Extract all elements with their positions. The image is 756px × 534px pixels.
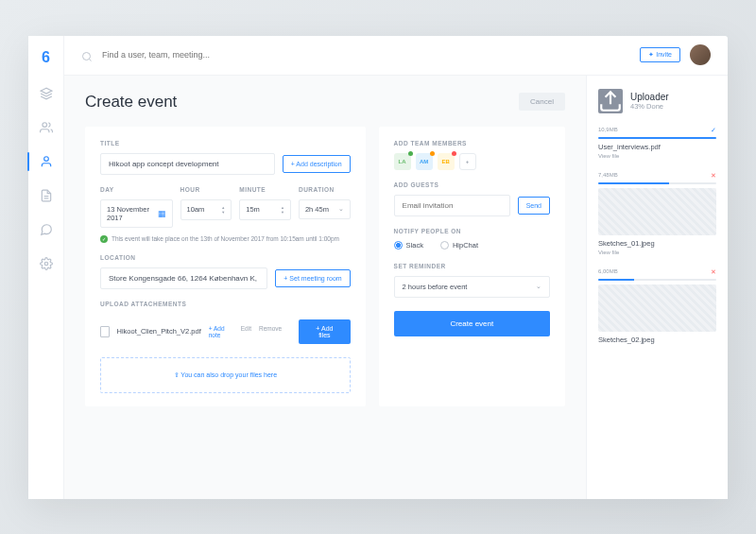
progress-bar [598, 137, 716, 139]
minute-label: MINUTE [239, 186, 291, 193]
search-icon [81, 49, 93, 60]
upload-item: 6,00MB✕ Sketches_02.jpeg [598, 268, 716, 344]
event-side-card: ADD TEAM MEMBERS LA AM EB + ADD GUESTS S… [379, 127, 565, 406]
svg-marker-0 [41, 88, 52, 94]
upload-item: 7,48MB✕ Sketches_01.jpeg View file [598, 172, 716, 255]
invite-label: Invite [656, 51, 672, 58]
progress-bar [598, 182, 716, 184]
upload-icon: ⇪ [174, 371, 180, 378]
edit-link[interactable]: Edit [241, 325, 251, 338]
radio-icon [440, 241, 449, 250]
page-title: Create event [85, 93, 177, 112]
upload-thumbnail [598, 284, 716, 332]
create-event-button[interactable]: Create event [394, 311, 550, 336]
set-meeting-room-button[interactable]: + Set meeting room [275, 269, 350, 287]
radio-icon [394, 241, 403, 250]
content: Create event Cancel TITLE + Add descript… [64, 76, 728, 499]
upload-size: 10,9MB [598, 127, 618, 134]
upload-icon [598, 89, 623, 113]
upload-filename: Sketches_01.jpeg [598, 239, 716, 248]
layers-icon[interactable] [40, 87, 53, 100]
uploader-panel: Uploader 43% Done 10,9MB✓ User_interview… [586, 76, 728, 499]
svg-point-2 [43, 156, 48, 161]
search-input[interactable] [102, 50, 630, 60]
guests-label: ADD GUESTS [394, 181, 550, 188]
main: ✦ Invite Create event Cancel TITLE + Add… [64, 36, 728, 499]
chat-icon[interactable] [40, 223, 53, 236]
check-icon[interactable]: ✓ [711, 127, 716, 134]
invite-button[interactable]: ✦ Invite [640, 47, 680, 62]
upload-size: 6,00MB [598, 268, 618, 276]
send-invite-button[interactable]: Send [518, 197, 550, 215]
users-icon[interactable] [40, 121, 53, 134]
notify-hipchat-radio[interactable]: HipChat [440, 241, 478, 250]
location-label: LOCATION [100, 254, 351, 261]
remove-link[interactable]: Remove [259, 325, 282, 338]
user-icon[interactable] [40, 155, 53, 168]
add-member-button[interactable]: + [459, 153, 476, 170]
attachment-name: Hikoot_Clien_Pitch_V2.pdf [117, 327, 201, 336]
chevron-down-icon: ⌄ [338, 205, 344, 213]
view-file-link[interactable]: View file [598, 250, 716, 255]
close-icon[interactable]: ✕ [711, 268, 716, 276]
reminder-select[interactable]: 2 hours before event⌄ [394, 276, 550, 298]
chevron-down-icon: ⌄ [536, 283, 541, 290]
topbar: ✦ Invite [64, 36, 728, 76]
title-label: TITLE [100, 140, 351, 146]
check-icon: ✓ [100, 235, 108, 243]
file-icon[interactable] [40, 189, 53, 202]
day-label: DAY [100, 186, 173, 193]
reminder-label: SET REMINDER [394, 263, 550, 269]
file-icon [100, 326, 110, 337]
svg-point-6 [83, 53, 91, 60]
hour-label: HOUR [180, 186, 232, 193]
team-badge[interactable]: AM [416, 153, 433, 170]
team-badge[interactable]: EB [438, 153, 455, 170]
duration-select[interactable]: 2h 45m⌄ [299, 199, 351, 219]
upload-item: 10,9MB✓ User_interviews.pdf View file [598, 127, 716, 159]
upload-filename: Sketches_02.jpeg [598, 336, 716, 344]
upload-size: 7,48MB [598, 172, 618, 180]
event-form-card: TITLE + Add description DAY 13 November … [85, 127, 366, 406]
add-note-link[interactable]: + Add note [209, 325, 233, 338]
guest-email-input[interactable] [394, 195, 510, 216]
page-header: Create event Cancel [85, 93, 565, 112]
spinner-icon: ▲▼ [281, 205, 284, 215]
sidebar: 6 [28, 36, 64, 499]
notify-slack-radio[interactable]: Slack [394, 241, 423, 250]
attachment-row: Hikoot_Clien_Pitch_V2.pdf + Add note Edi… [100, 314, 351, 350]
team-label: ADD TEAM MEMBERS [394, 140, 550, 146]
upload-thumbnail [598, 188, 716, 235]
team-badge[interactable]: LA [394, 153, 411, 170]
calendar-icon: ▦ [158, 209, 166, 218]
add-description-button[interactable]: + Add description [283, 155, 351, 173]
add-files-button[interactable]: + Add files [299, 319, 350, 344]
svg-point-5 [44, 262, 48, 266]
dropzone[interactable]: ⇪ You can also drop your files here [100, 357, 351, 393]
view-file-link[interactable]: View file [598, 153, 716, 159]
progress-bar [598, 279, 716, 281]
avatar[interactable] [690, 44, 711, 65]
schedule-hint: ✓This event will take place on the 13th … [100, 235, 351, 243]
day-input[interactable]: 13 November 2017▦ [100, 199, 173, 228]
svg-line-7 [89, 59, 91, 60]
attachments-label: UPLOAD ATTACHEMENTS [100, 301, 351, 307]
duration-label: DURATION [299, 186, 351, 193]
center-column: Create event Cancel TITLE + Add descript… [64, 76, 586, 499]
location-input[interactable] [100, 267, 267, 289]
logo: 6 [42, 49, 50, 66]
uploader-progress-text: 43% Done [630, 102, 669, 111]
spinner-icon: ▲▼ [221, 205, 225, 215]
title-input[interactable] [100, 153, 275, 175]
minute-input[interactable]: 15m▲▼ [239, 199, 291, 220]
close-icon[interactable]: ✕ [711, 172, 716, 180]
gear-icon[interactable] [40, 257, 53, 270]
uploader-title: Uploader [630, 92, 669, 102]
upload-filename: User_interviews.pdf [598, 143, 716, 151]
notify-label: NOTIFY PEOPLE ON [394, 228, 550, 234]
app-window: 6 ✦ Invite Create event Cancel TITLE [28, 36, 728, 499]
hour-input[interactable]: 10am▲▼ [180, 199, 232, 220]
svg-point-1 [42, 122, 46, 127]
cancel-button[interactable]: Cancel [519, 93, 565, 111]
